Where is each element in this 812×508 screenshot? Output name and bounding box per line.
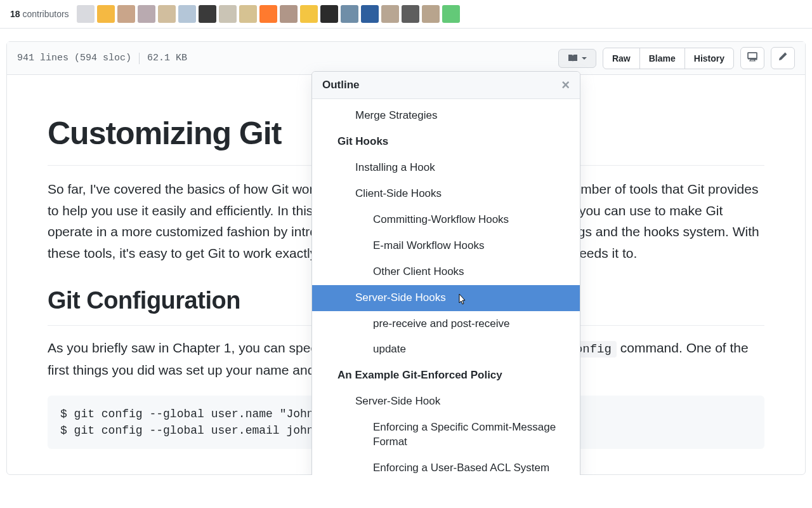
- pencil-icon: [778, 51, 788, 62]
- history-button[interactable]: History: [684, 48, 734, 69]
- avatar[interactable]: [178, 5, 196, 23]
- raw-button[interactable]: Raw: [603, 48, 640, 69]
- outline-dropdown-button[interactable]: [558, 49, 596, 68]
- outline-item[interactable]: Client-Side Hooks: [312, 181, 580, 207]
- outline-item[interactable]: Other Client Hooks: [312, 259, 580, 285]
- close-icon[interactable]: ×: [561, 78, 570, 92]
- outline-item[interactable]: Committing-Workflow Hooks: [312, 207, 580, 233]
- outline-item[interactable]: pre-receive and post-receive: [312, 311, 580, 337]
- outline-item[interactable]: Server-Side Hooks: [312, 285, 580, 311]
- outline-item[interactable]: Merge Strategies: [312, 103, 580, 129]
- monitor-icon: [747, 51, 757, 62]
- outline-item[interactable]: Server-Side Hook: [312, 389, 580, 415]
- avatar[interactable]: [199, 5, 216, 23]
- avatar[interactable]: [442, 5, 460, 23]
- outline-item[interactable]: E-mail Workflow Hooks: [312, 233, 580, 259]
- file-lines: 941 lines (594 sloc): [17, 53, 131, 64]
- file-actions: Raw Blame History: [558, 47, 795, 69]
- outline-title: Outline: [322, 79, 360, 91]
- book-icon: [568, 53, 578, 64]
- outline-list: Merge StrategiesGit HooksInstalling a Ho…: [312, 99, 580, 475]
- avatar[interactable]: [158, 5, 176, 23]
- contributors-avatars: [77, 5, 460, 23]
- avatar[interactable]: [239, 5, 257, 23]
- outline-header: Outline ×: [312, 72, 580, 99]
- avatar[interactable]: [361, 5, 379, 23]
- avatar[interactable]: [259, 5, 277, 23]
- outline-item[interactable]: Enforcing a Specific Commit-Message Form…: [312, 415, 580, 455]
- avatar[interactable]: [97, 5, 115, 23]
- display-source-button[interactable]: [740, 47, 764, 69]
- blame-button[interactable]: Blame: [639, 48, 685, 69]
- avatar[interactable]: [402, 5, 419, 23]
- avatar[interactable]: [219, 5, 237, 23]
- svg-rect-0: [748, 53, 757, 58]
- outline-item[interactable]: Installing a Hook: [312, 155, 580, 181]
- avatar[interactable]: [117, 5, 135, 23]
- contributors-count[interactable]: 18 contributors: [10, 9, 69, 19]
- avatar[interactable]: [300, 5, 318, 23]
- outline-panel: Outline × Merge StrategiesGit HooksInsta…: [311, 71, 580, 475]
- avatar[interactable]: [138, 5, 155, 23]
- avatar[interactable]: [280, 5, 298, 23]
- outline-item[interactable]: Enforcing a User-Based ACL System: [312, 455, 580, 475]
- avatar[interactable]: [341, 5, 358, 23]
- avatar[interactable]: [77, 5, 95, 23]
- file-header: 941 lines (594 sloc) 62.1 KB Raw Blame H…: [7, 42, 805, 75]
- outline-item[interactable]: Git Hooks: [312, 129, 580, 155]
- avatar[interactable]: [320, 5, 338, 23]
- file-view: 941 lines (594 sloc) 62.1 KB Raw Blame H…: [6, 41, 806, 475]
- file-size: 62.1 KB: [147, 53, 187, 64]
- edit-button[interactable]: [771, 47, 795, 69]
- contributors-bar: 18 contributors: [0, 0, 812, 29]
- outline-item[interactable]: An Example Git-Enforced Policy: [312, 363, 580, 389]
- file-info: 941 lines (594 sloc) 62.1 KB: [17, 53, 187, 64]
- view-mode-buttons: Raw Blame History: [603, 48, 734, 69]
- divider: [139, 53, 140, 64]
- caret-down-icon: [582, 56, 587, 61]
- outline-item[interactable]: update: [312, 337, 580, 363]
- avatar[interactable]: [422, 5, 440, 23]
- avatar[interactable]: [381, 5, 399, 23]
